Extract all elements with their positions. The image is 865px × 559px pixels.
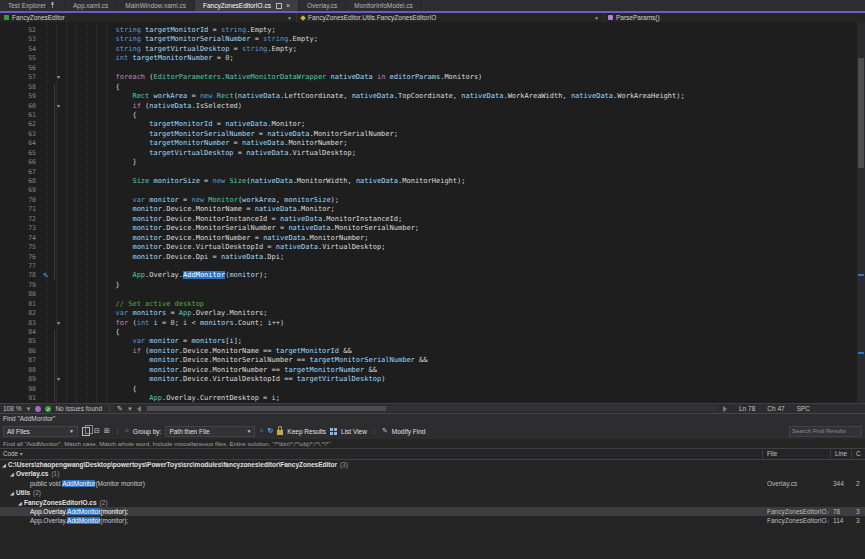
modify-pencil-icon[interactable]: ✎	[382, 426, 388, 436]
close-icon[interactable]: ×	[286, 2, 290, 9]
column-separator[interactable]	[762, 450, 763, 458]
code-line-82[interactable]: 82 var monitors = App.Overlay.Monitors;	[0, 309, 857, 318]
issues-status[interactable]: No issues found	[55, 405, 102, 412]
modify-find-label[interactable]: Modify Find	[392, 428, 426, 435]
collapse-all-icon[interactable]: ⊟	[94, 426, 100, 436]
edit-marker-icon[interactable]: ✎	[40, 271, 52, 280]
result-row[interactable]: public void AddMonitor(Monitor monitor)O…	[0, 479, 865, 488]
pin-icon[interactable]	[49, 1, 56, 10]
code-line-55[interactable]: 55 int targetMonitorNumber = 0;	[0, 54, 857, 63]
scroll-right-icon[interactable]	[723, 406, 727, 412]
code-line-60[interactable]: 60▾ if (nativeData.IsSelected)	[0, 102, 857, 111]
code-line-67[interactable]: 67	[0, 168, 857, 177]
project-dropdown[interactable]: FancyZonesEditor ▼	[0, 13, 297, 22]
code-line-91[interactable]: 91 App.Overlay.CurrentDesktop = i;	[0, 394, 857, 403]
code-line-89[interactable]: 89▾ monitor.Device.VirtualDesktopId == t…	[0, 375, 857, 384]
list-view-icon[interactable]	[330, 428, 337, 435]
fold-chevron-icon[interactable]: ▾	[52, 102, 65, 111]
code-line-66[interactable]: 66 }	[0, 158, 857, 167]
code-line-90[interactable]: 90 {	[0, 385, 857, 394]
list-view-label[interactable]: List View	[341, 428, 367, 435]
code-line-52[interactable]: 52 string targetMonitorId = string.Empty…	[0, 26, 857, 35]
group-by-dropdown[interactable]: Path then File ▼	[165, 426, 255, 437]
pen-indicator-icon[interactable]: ✎	[117, 404, 123, 414]
keep-open-icon[interactable]	[276, 3, 282, 9]
result-group-row[interactable]: ◢FancyZonesEditorIO.cs(2)	[0, 498, 865, 507]
tab-app-xaml-cs[interactable]: App.xaml.cs	[65, 0, 117, 11]
code-line-71[interactable]: 71 monitor.Device.MonitorName = nativeDa…	[0, 205, 857, 214]
zoom-level[interactable]: 108 %	[3, 405, 21, 412]
code-editor[interactable]: 52 string targetMonitorId = string.Empty…	[0, 22, 865, 403]
code-line-75[interactable]: 75 monitor.Device.VirtualDesktopId = nat…	[0, 243, 857, 252]
fold-chevron-icon[interactable]: ▾	[52, 319, 65, 328]
code-line-87[interactable]: 87 monitor.Device.MonitorSerialNumber ==…	[0, 356, 857, 365]
column-file[interactable]: File	[767, 449, 777, 459]
code-line-81[interactable]: 81 // Set active desktop	[0, 300, 857, 309]
refresh-icon[interactable]: ↻	[267, 426, 273, 436]
code-line-74[interactable]: 74 monitor.Device.MonitorNumber = native…	[0, 234, 857, 243]
code-line-63[interactable]: 63 targetMonitorSerialNumber = nativeDat…	[0, 130, 857, 139]
code-line-54[interactable]: 54 string targetVirtualDesktop = string.…	[0, 45, 857, 54]
code-line-68[interactable]: 68 Size monitorSize = new Size(nativeDat…	[0, 177, 857, 186]
code-line-58[interactable]: 58 {	[0, 83, 857, 92]
code-line-84[interactable]: 84 {	[0, 328, 857, 337]
result-row[interactable]: App.Overlay.AddMonitor(monitor);FancyZon…	[0, 516, 865, 525]
tab-monitorinfomodel-cs[interactable]: MonitorInfoModel.cs	[346, 0, 422, 11]
scrollbar-thumb[interactable]	[147, 406, 386, 411]
code-line-69[interactable]: 69	[0, 186, 857, 195]
scope-dropdown[interactable]: All Files ▼	[3, 426, 78, 437]
column-separator[interactable]	[830, 450, 831, 458]
code-line-59[interactable]: 59 Rect workArea = new Rect(nativeData.L…	[0, 92, 857, 101]
close-icon[interactable]: ×	[259, 426, 263, 436]
code-line-76[interactable]: 76 monitor.Device.Dpi = nativeData.Dpi;	[0, 253, 857, 262]
column-separator[interactable]	[851, 450, 852, 458]
code-line-56[interactable]: 56	[0, 64, 857, 73]
horizontal-scrollbar[interactable]	[147, 406, 717, 411]
column-line[interactable]: Line	[835, 449, 847, 459]
code-line-88[interactable]: 88 monitor.Device.MonitorNumber == targe…	[0, 366, 857, 375]
document-health-icon[interactable]	[35, 406, 41, 412]
code-line-79[interactable]: 79 }	[0, 281, 857, 290]
code-line-57[interactable]: 57▾ foreach (EditorParameters.NativeMoni…	[0, 73, 857, 82]
chevron-down-icon[interactable]: ▼	[127, 406, 133, 412]
tab-fancyzoneseditorio-cs[interactable]: FancyZonesEditorIO.cs×	[195, 0, 299, 11]
code-line-77[interactable]: 77	[0, 262, 857, 271]
code-line-61[interactable]: 61 {	[0, 111, 857, 120]
chevron-down-icon[interactable]: ▼	[25, 406, 31, 412]
code-line-53[interactable]: 53 string targetMonitorSerialNumber = st…	[0, 35, 857, 44]
result-row[interactable]: App.Overlay.AddMonitor(monitor);FancyZon…	[0, 507, 865, 516]
panel-title[interactable]: Find "AddMonitor"	[0, 414, 865, 423]
expand-all-icon[interactable]: ⊞	[104, 426, 110, 436]
scroll-left-icon[interactable]	[137, 406, 141, 412]
fold-chevron-icon[interactable]: ▾	[52, 375, 65, 384]
type-dropdown[interactable]: FancyZonesEditor.Utils.FancyZonesEditorI…	[297, 13, 604, 22]
code-line-65[interactable]: 65 targetVirtualDesktop = nativeData.Vir…	[0, 149, 857, 158]
code-line-73[interactable]: 73 monitor.Device.MonitorSerialNumber = …	[0, 224, 857, 233]
code-line-85[interactable]: 85 var monitor = monitors[i];	[0, 337, 857, 346]
search-find-results-input[interactable]	[789, 426, 862, 437]
fold-chevron-icon[interactable]: ▾	[52, 73, 65, 82]
code-line-80[interactable]: 80	[0, 290, 857, 299]
result-group-row[interactable]: ◢Overlay.cs(1)	[0, 469, 865, 478]
result-group-row[interactable]: ◢Utils(2)	[0, 488, 865, 497]
code-line-78[interactable]: 78✎ App.Overlay.AddMonitor(monitor);	[0, 271, 857, 280]
copy-results-icon[interactable]	[82, 427, 90, 436]
filter-icon[interactable]: ≡	[125, 426, 129, 436]
code-line-64[interactable]: 64 targetMonitorNumber = nativeData.Moni…	[0, 139, 857, 148]
code-line-72[interactable]: 72 monitor.Device.MonitorInstanceId = na…	[0, 215, 857, 224]
member-dropdown[interactable]: ParseParams()	[604, 13, 865, 22]
column-code[interactable]: Code ▾	[3, 449, 23, 459]
tab-mainwindow-xaml-cs[interactable]: MainWindow.xaml.cs	[117, 0, 195, 11]
scrollbar-thumb[interactable]	[858, 58, 864, 168]
keep-results-label[interactable]: Keep Results	[287, 428, 326, 435]
code-line-83[interactable]: 83▾ for (int i = 0; i < monitors.Count; …	[0, 319, 857, 328]
column-col[interactable]: C	[856, 449, 861, 459]
tab-test-explorer[interactable]: Test Explorer	[0, 0, 65, 11]
tab-overlay-cs[interactable]: Overlay.cs	[299, 0, 346, 11]
code-line-70[interactable]: 70 var monitor = new Monitor(workArea, m…	[0, 196, 857, 205]
code-line-62[interactable]: 62 targetMonitorId = nativeData.Monitor;	[0, 120, 857, 129]
result-group-row[interactable]: ◢C:\Users\zhaopengwang\Desktop\powertoys…	[0, 460, 865, 469]
code-line-86[interactable]: 86 if (monitor.Device.MonitorName == tar…	[0, 347, 857, 356]
vertical-scrollbar[interactable]	[857, 22, 865, 403]
lock-icon[interactable]	[277, 430, 283, 435]
